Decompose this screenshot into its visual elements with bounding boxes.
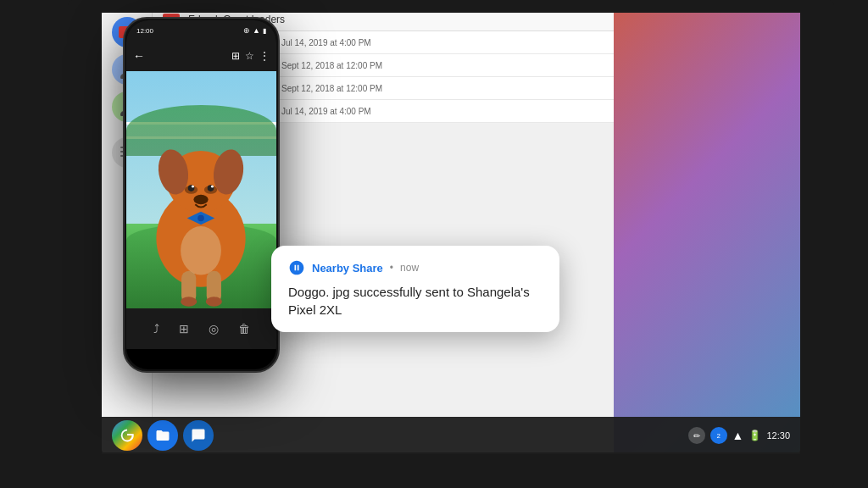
taskbar-left — [112, 420, 688, 451]
notification-separator: • — [390, 262, 393, 274]
taskbar-notification-icon: 2 — [710, 427, 727, 444]
notification-header: Nearby Share • now — [288, 259, 542, 276]
cast-icon[interactable]: ⊞ — [231, 50, 240, 62]
laptop-bezel-bottom — [68, 452, 834, 488]
svg-point-15 — [192, 186, 194, 188]
wifi-icon: ⊕ — [243, 26, 250, 35]
nearby-share-icon — [288, 259, 305, 276]
camera-icon[interactable]: ◎ — [209, 322, 219, 336]
star-icon[interactable]: ☆ — [245, 50, 254, 62]
taskbar-time: 12:30 — [766, 430, 790, 441]
file-date: Jul 14, 2019 at 4:00 PM — [281, 38, 604, 47]
svg-point-21 — [181, 297, 197, 306]
laptop-bezel-top — [68, 0, 834, 13]
phone-back-button[interactable]: ← — [133, 49, 145, 63]
delete-icon[interactable]: 🗑 — [238, 322, 250, 336]
file-date: Jul 14, 2019 at 4:00 PM — [281, 107, 604, 116]
taskbar-battery-icon: 🔋 — [748, 430, 761, 441]
taskbar-pencil-icon: ✏ — [688, 427, 705, 444]
file-date: Sept 12, 2018 at 12:00 PM — [281, 84, 604, 93]
svg-point-23 — [181, 226, 221, 274]
notification-message: Doggo. jpg successfully sent to Shangela… — [288, 283, 542, 319]
phone-device: 12:00 ⊕ ▲ ▮ ← ⊞ ☆ ⋮ — [123, 17, 280, 373]
more-icon[interactable]: ⋮ — [259, 50, 270, 62]
file-date: Sept 12, 2018 at 12:00 PM — [281, 61, 604, 70]
svg-point-18 — [198, 215, 204, 222]
dog-photo — [126, 71, 276, 308]
phone-screen: 12:00 ⊕ ▲ ▮ ← ⊞ ☆ ⋮ — [126, 20, 276, 369]
taskbar-google-icon[interactable] — [112, 420, 142, 451]
phone-topbar: ← ⊞ ☆ ⋮ — [126, 41, 276, 71]
svg-point-17 — [193, 195, 208, 204]
laptop-right-panel — [614, 8, 800, 454]
notification-card: Nearby Share • now Doggo. jpg successful… — [271, 246, 559, 332]
signal-icon: ▲ — [253, 26, 260, 35]
battery-icon: ▮ — [263, 27, 266, 35]
phone-action-icons: ⊞ ☆ ⋮ — [231, 50, 270, 62]
taskbar-messages-icon[interactable] — [183, 420, 214, 451]
taskbar-right: ✏ 2 ▲ 🔋 12:30 — [688, 427, 790, 444]
share-icon[interactable]: ⤴ — [153, 322, 159, 336]
taskbar-files-icon[interactable] — [147, 420, 178, 451]
phone-time: 12:00 — [136, 27, 153, 35]
notification-time: now — [400, 262, 419, 274]
notification-app-name: Nearby Share — [312, 262, 383, 274]
svg-point-16 — [211, 186, 214, 188]
taskbar-wifi-icon: ▲ — [732, 429, 744, 442]
dog-image — [126, 71, 276, 308]
menu-icon[interactable]: ⊞ — [179, 322, 189, 336]
phone-statusbar: 12:00 ⊕ ▲ ▮ — [126, 20, 276, 41]
laptop-taskbar: ✏ 2 ▲ 🔋 12:30 — [102, 417, 800, 454]
phone-status-icons: ⊕ ▲ ▮ — [243, 26, 266, 35]
svg-point-22 — [206, 297, 222, 306]
phone-bottom-nav: ⤴ ⊞ ◎ 🗑 — [126, 308, 276, 349]
